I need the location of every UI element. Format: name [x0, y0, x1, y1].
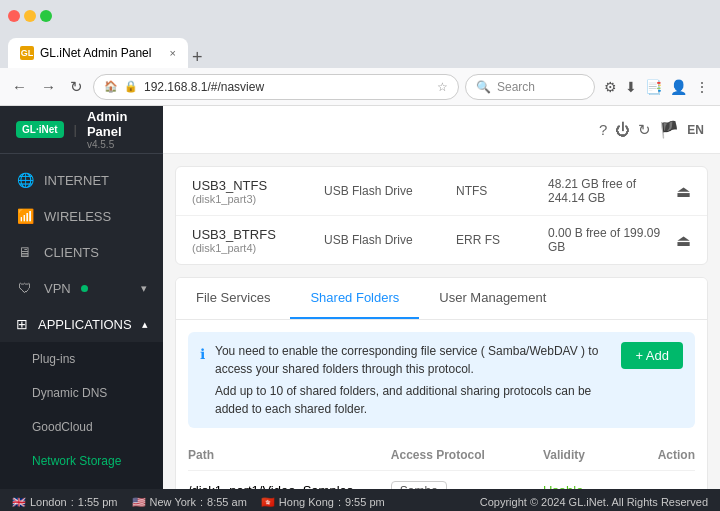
- tabs-bar: File Services Shared Folders User Manage…: [176, 278, 707, 320]
- info-box: ℹ You need to enable the corresponding f…: [188, 332, 695, 428]
- tab-favicon: GL: [20, 46, 34, 60]
- window-close-button[interactable]: [8, 10, 20, 22]
- new-tab-button[interactable]: +: [192, 47, 203, 68]
- window-maximize-button[interactable]: [40, 10, 52, 22]
- nav-reload-button[interactable]: ↻: [66, 74, 87, 100]
- newyork-time: 8:55 am: [207, 496, 247, 508]
- info-text-1: You need to enable the corresponding fil…: [215, 342, 611, 378]
- sidebar-item-clients[interactable]: 🖥 CLIENTS: [0, 234, 163, 270]
- newyork-flag: 🇺🇸: [132, 496, 146, 509]
- search-bar[interactable]: 🔍 Search: [465, 74, 595, 100]
- hongkong-flag: 🇭🇰: [261, 496, 275, 509]
- tab-file-services[interactable]: File Services: [176, 278, 290, 319]
- bookmark-icon: ☆: [437, 80, 448, 94]
- drive-space-0: 48.21 GB free of 244.14 GB: [548, 177, 664, 205]
- add-folder-button[interactable]: + Add: [621, 342, 683, 369]
- row-path: /disk1_part1/Video_Samples: [188, 483, 391, 490]
- active-tab[interactable]: GL GL.iNet Admin Panel ×: [8, 38, 188, 68]
- refresh-icon[interactable]: ↻: [638, 121, 651, 139]
- drive-row-1: USB3_BTRFS (disk1_part4) USB Flash Drive…: [176, 216, 707, 264]
- drive-partition-1: (disk1_part4): [192, 242, 312, 254]
- power-icon[interactable]: ⏻: [615, 121, 630, 138]
- london-label: London: [30, 496, 67, 508]
- tabs-section: File Services Shared Folders User Manage…: [175, 277, 708, 489]
- language-code[interactable]: EN: [687, 123, 704, 137]
- drive-eject-button-0[interactable]: ⏏: [676, 182, 691, 201]
- search-icon: 🔍: [476, 80, 491, 94]
- nav-forward-button[interactable]: →: [37, 74, 60, 99]
- vpn-icon: 🛡: [16, 280, 34, 296]
- drive-name-main-0: USB3_NTFS: [192, 178, 312, 193]
- col-protocol-header: Access Protocol: [391, 448, 543, 462]
- nav-back-button[interactable]: ←: [8, 74, 31, 99]
- menu-icon[interactable]: ⋮: [692, 76, 712, 98]
- adguard-home-label: Adguard Home: [32, 488, 113, 489]
- tab-close-button[interactable]: ×: [170, 47, 176, 59]
- tab-user-management[interactable]: User Management: [419, 278, 566, 319]
- drives-section: USB3_NTFS (disk1_part3) USB Flash Drive …: [175, 166, 708, 265]
- row-action: ...: [644, 481, 695, 489]
- vpn-arrow-icon: ▾: [141, 282, 147, 295]
- sidebar-label-vpn: VPN: [44, 281, 71, 296]
- tab-bar: GL GL.iNet Admin Panel × +: [0, 32, 720, 68]
- row-protocol: Samba: [391, 483, 543, 490]
- window-minimize-button[interactable]: [24, 10, 36, 22]
- tab-shared-folders[interactable]: Shared Folders: [290, 278, 419, 319]
- drive-type-0: USB Flash Drive: [324, 184, 444, 198]
- network-storage-label: Network Storage: [32, 454, 121, 468]
- download-icon[interactable]: ⬇: [622, 76, 640, 98]
- bookmark-manager-icon[interactable]: 📑: [642, 76, 665, 98]
- sidebar-item-wireless[interactable]: 📶 WIRELESS: [0, 198, 163, 234]
- drive-row-0: USB3_NTFS (disk1_part3) USB Flash Drive …: [176, 167, 707, 216]
- sidebar-item-adguard-home[interactable]: Adguard Home: [0, 478, 163, 489]
- sidebar-submenu-applications: Plug-ins Dynamic DNS GoodCloud Network S…: [0, 342, 163, 489]
- row-validity: Usable: [543, 483, 644, 490]
- footer-bar: 🇬🇧 London: 1:55 pm 🇺🇸 New York: 8:55 am …: [0, 489, 720, 511]
- plug-ins-label: Plug-ins: [32, 352, 75, 366]
- right-pane: ? ⏻ ↻ 🏴 EN USB3_NTFS (disk1_part3) USB F…: [163, 106, 720, 489]
- applications-arrow-icon: ▴: [142, 318, 148, 331]
- profile-icon[interactable]: 👤: [667, 76, 690, 98]
- drive-name-main-1: USB3_BTRFS: [192, 227, 312, 242]
- address-bar[interactable]: 🏠 🔒 192.168.8.1/#/nasview ☆: [93, 74, 459, 100]
- sidebar-label-internet: INTERNET: [44, 173, 109, 188]
- sidebar-item-network-storage[interactable]: Network Storage: [0, 444, 163, 478]
- sidebar-item-applications[interactable]: ⊞ APPLICATIONS ▴: [0, 306, 163, 342]
- london-time: 1:55 pm: [78, 496, 118, 508]
- sidebar-item-vpn[interactable]: 🛡 VPN ▾: [0, 270, 163, 306]
- sidebar-item-internet[interactable]: 🌐 INTERNET: [0, 162, 163, 198]
- hongkong-label: Hong Kong: [279, 496, 334, 508]
- info-text-2: Add up to 10 of shared folders, and addi…: [215, 382, 611, 418]
- drive-eject-button-1[interactable]: ⏏: [676, 231, 691, 250]
- extensions-icon[interactable]: ⚙: [601, 76, 620, 98]
- col-action-header: Action: [644, 448, 695, 462]
- sidebar-label-wireless: WIRELESS: [44, 209, 111, 224]
- clock-hongkong: 🇭🇰 Hong Kong: 9:55 pm: [261, 496, 385, 509]
- logo-pipe: |: [74, 122, 77, 137]
- clients-icon: 🖥: [16, 244, 34, 260]
- protocol-badge[interactable]: Samba: [391, 481, 447, 490]
- main-content: USB3_NTFS (disk1_part3) USB Flash Drive …: [163, 154, 720, 489]
- sidebar-item-dynamic-dns[interactable]: Dynamic DNS: [0, 376, 163, 410]
- search-placeholder: Search: [497, 80, 535, 94]
- sidebar-item-goodcloud[interactable]: GoodCloud: [0, 410, 163, 444]
- top-bar: ? ⏻ ↻ 🏴 EN: [163, 106, 720, 154]
- sidebar-label-clients: CLIENTS: [44, 245, 99, 260]
- logo-title: Admin Panel: [87, 109, 147, 139]
- drive-fs-1: ERR FS: [456, 233, 536, 247]
- drive-partition-0: (disk1_part3): [192, 193, 312, 205]
- info-text: You need to enable the corresponding fil…: [215, 342, 611, 418]
- window-controls[interactable]: [8, 10, 52, 22]
- language-flag[interactable]: 🏴: [659, 120, 679, 139]
- row-action-menu[interactable]: ...: [676, 481, 695, 489]
- applications-icon: ⊞: [16, 316, 28, 332]
- col-path-header: Path: [188, 448, 391, 462]
- table-row: /disk1_part1/Video_Samples Samba Usable …: [188, 471, 695, 489]
- address-text: 192.168.8.1/#/nasview: [144, 80, 431, 94]
- drive-fs-0: NTFS: [456, 184, 536, 198]
- folders-table: Path Access Protocol Validity Action /di…: [176, 440, 707, 489]
- wireless-icon: 📶: [16, 208, 34, 224]
- clock-newyork: 🇺🇸 New York: 8:55 am: [132, 496, 247, 509]
- help-icon[interactable]: ?: [599, 121, 607, 138]
- sidebar-item-plug-ins[interactable]: Plug-ins: [0, 342, 163, 376]
